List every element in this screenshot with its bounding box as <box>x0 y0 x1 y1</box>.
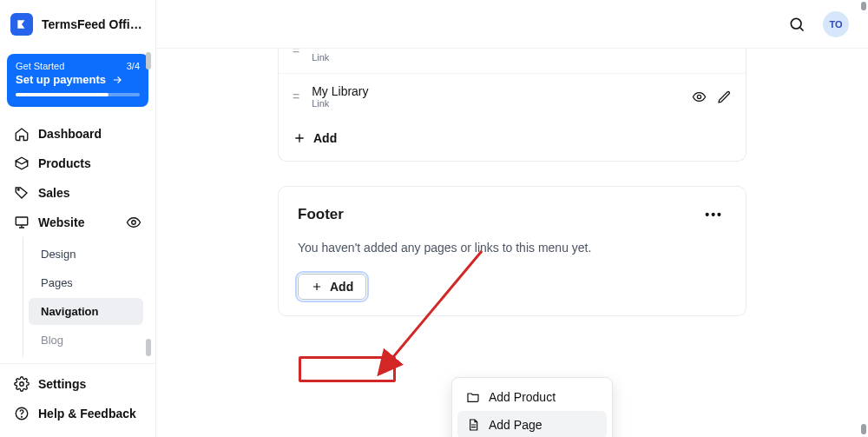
page-icon <box>466 418 480 432</box>
sidebar-nav: Dashboard Products Sales Website Design … <box>0 116 155 363</box>
app-logo[interactable] <box>10 13 33 36</box>
get-started-progress: 3/4 <box>127 61 140 71</box>
sidebar: TermsFeed Office… Get Started 3/4 Set up… <box>0 0 156 437</box>
add-button[interactable]: Add <box>298 274 366 300</box>
window-scrollbar[interactable] <box>861 2 866 10</box>
svg-point-0 <box>17 189 19 190</box>
more-icon[interactable]: ••• <box>701 204 727 225</box>
subnav-blog[interactable]: Blog <box>29 327 143 354</box>
add-link-row[interactable]: Add <box>279 119 746 145</box>
sidebar-item-label: Dashboard <box>38 127 102 141</box>
dropdown-add-product[interactable]: Add Product <box>457 383 607 411</box>
add-label: Add <box>313 131 337 145</box>
content: = [hidden] Link = My Library Link <box>156 49 868 437</box>
subnav-pages[interactable]: Pages <box>29 269 143 296</box>
svg-rect-1 <box>16 217 28 225</box>
get-started-label: Get Started <box>16 61 64 71</box>
empty-state-text: You haven't added any pages or links to … <box>279 230 746 260</box>
get-started-card[interactable]: Get Started 3/4 Set up payments <box>7 54 148 107</box>
add-button-label: Add <box>330 280 353 294</box>
arrow-right-icon <box>111 74 123 86</box>
brand-name[interactable]: TermsFeed Office… <box>42 17 145 31</box>
sidebar-topbar: TermsFeed Office… <box>0 0 155 49</box>
link-row[interactable]: = My Library Link <box>279 73 746 119</box>
plus-icon <box>293 131 306 145</box>
dropdown-label: Add Page <box>489 418 542 432</box>
edit-icon[interactable] <box>717 89 732 104</box>
tag-icon <box>14 185 30 201</box>
plus-icon <box>311 281 323 293</box>
footer-menu-card: Footer ••• You haven't added any pages o… <box>278 186 746 316</box>
sidebar-item-products[interactable]: Products <box>7 149 148 178</box>
gear-icon <box>14 376 30 392</box>
svg-point-2 <box>132 221 136 225</box>
sidebar-item-dashboard[interactable]: Dashboard <box>7 119 148 149</box>
drag-icon[interactable]: = <box>293 49 299 56</box>
home-icon <box>14 126 30 142</box>
avatar[interactable]: TO <box>823 11 849 37</box>
folder-icon <box>466 390 480 404</box>
sidebar-item-help[interactable]: Help & Feedback <box>7 399 148 428</box>
monitor-icon <box>14 215 30 230</box>
sidebar-item-label: Website <box>38 215 84 229</box>
drag-icon[interactable]: = <box>293 90 299 103</box>
link-row[interactable]: = [hidden] Link <box>279 49 746 73</box>
svg-point-6 <box>791 18 801 29</box>
header: TO <box>156 0 868 49</box>
sidebar-item-label: Help & Feedback <box>38 407 136 420</box>
link-title: My Library <box>312 84 680 98</box>
sidebar-footer: Settings Help & Feedback <box>0 363 155 437</box>
help-icon <box>14 406 30 421</box>
dropdown-label: Add Product <box>489 390 556 404</box>
box-icon <box>14 156 30 171</box>
eye-icon[interactable] <box>126 215 141 230</box>
dropdown-add-page[interactable]: Add Page <box>457 411 607 437</box>
sidebar-item-website[interactable]: Website <box>7 208 148 237</box>
link-sub: Link <box>312 52 680 63</box>
svg-point-5 <box>22 416 23 417</box>
subnav-navigation[interactable]: Navigation <box>29 298 143 325</box>
sidebar-item-settings[interactable]: Settings <box>7 369 148 399</box>
window-scrollbar[interactable] <box>861 424 866 434</box>
eye-icon[interactable] <box>692 89 707 104</box>
main: TO = [hidden] Link = <box>156 0 868 437</box>
nav-menu-card: = [hidden] Link = My Library Link <box>278 49 746 162</box>
get-started-cta: Set up payments <box>16 73 106 86</box>
sidebar-item-label: Products <box>38 156 91 170</box>
svg-point-3 <box>20 382 24 387</box>
website-sublist: Design Pages Navigation Blog <box>23 237 148 357</box>
card-title: Footer <box>298 206 344 223</box>
get-started-progress-bar <box>16 93 140 96</box>
sidebar-item-sales[interactable]: Sales <box>7 178 148 208</box>
svg-point-8 <box>697 95 700 98</box>
sidebar-item-label: Sales <box>38 186 70 200</box>
subnav-design[interactable]: Design <box>29 241 143 268</box>
add-dropdown: Add Product Add Page Add Link <box>451 377 613 437</box>
link-sub: Link <box>312 98 680 109</box>
sidebar-item-label: Settings <box>38 377 86 391</box>
search-icon[interactable] <box>788 16 806 33</box>
